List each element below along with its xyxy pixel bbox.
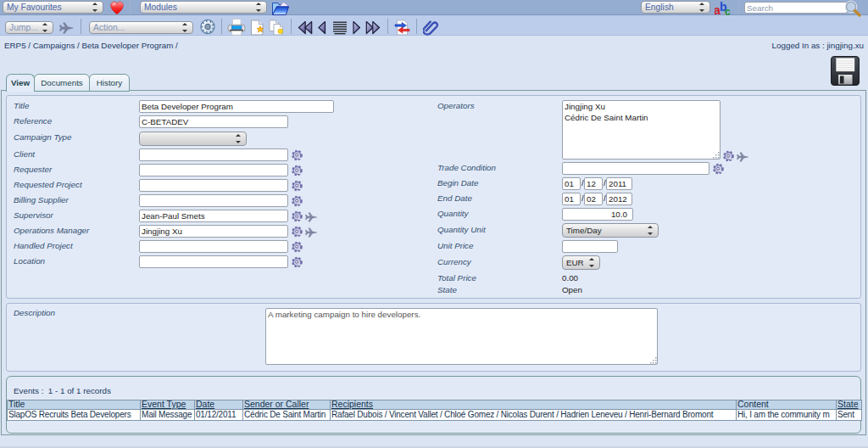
svg-text:c: c (725, 6, 731, 16)
